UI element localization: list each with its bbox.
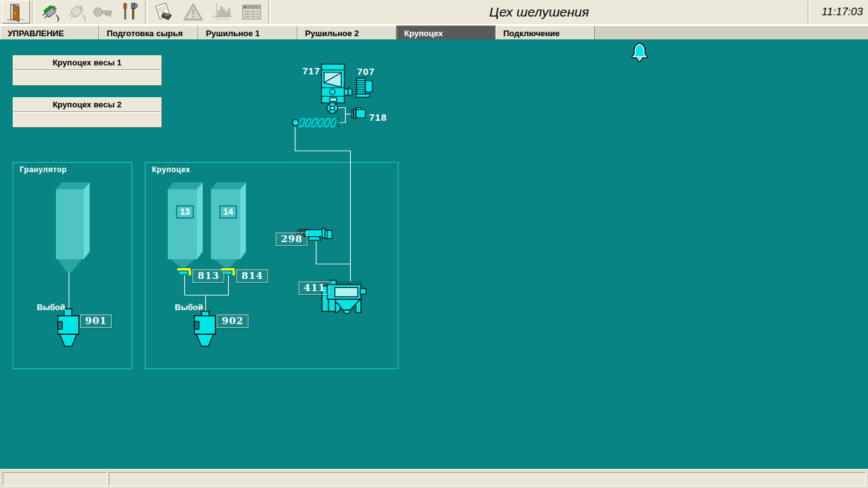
label-901: 901: [80, 315, 112, 328]
status-left: [3, 472, 107, 486]
status-bar: [0, 469, 868, 488]
label-vyboy-granulator: Выбой: [37, 302, 65, 312]
silo-13-badge: 13: [176, 205, 194, 219]
label-vyboy-krupoceh: Выбой: [175, 302, 203, 312]
screw-conveyor[interactable]: [292, 118, 339, 128]
cyclone-902[interactable]: [194, 311, 215, 346]
silo-13[interactable]: [168, 182, 203, 268]
status-right: [109, 472, 865, 486]
silo-granulator[interactable]: [56, 182, 90, 273]
motor-718[interactable]: [351, 108, 365, 119]
gate-813[interactable]: [177, 268, 191, 276]
label-902: 902: [217, 315, 248, 328]
machine-707[interactable]: [356, 78, 372, 97]
process-diagram: [0, 0, 868, 488]
label-298: 298: [276, 233, 308, 246]
label-411: 411: [299, 281, 330, 295]
label-718: 718: [369, 112, 387, 123]
label-813: 813: [193, 269, 224, 283]
machine-717[interactable]: [322, 64, 352, 103]
cyclone-901[interactable]: [58, 309, 79, 346]
label-717: 717: [302, 65, 320, 76]
label-814: 814: [236, 269, 268, 283]
silo-14[interactable]: [211, 182, 246, 268]
label-707: 707: [357, 66, 375, 77]
rotary-valve-icon[interactable]: [327, 103, 338, 114]
bell-icon[interactable]: [633, 44, 646, 61]
silo-14-badge: 14: [219, 205, 237, 219]
